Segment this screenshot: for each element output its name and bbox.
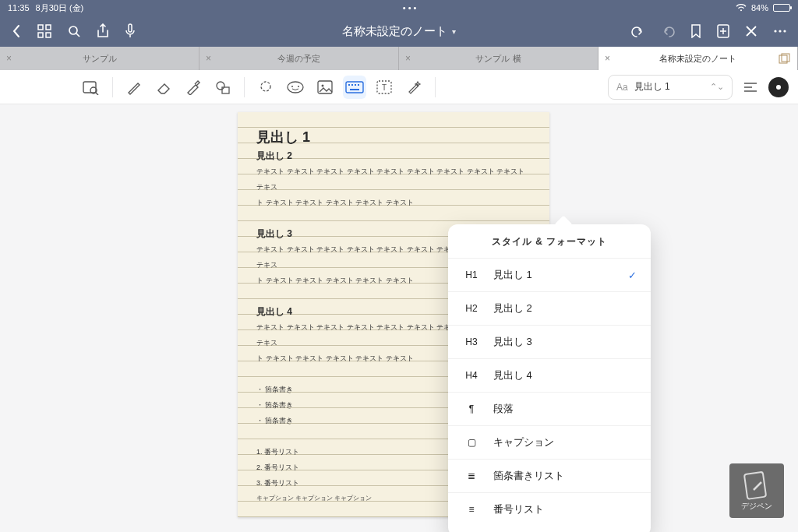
- shapes-tool-icon[interactable]: [211, 76, 235, 99]
- handle-dots: • • •: [403, 3, 417, 12]
- tab-close-icon[interactable]: ×: [6, 53, 12, 64]
- tab-weekly[interactable]: × 今週の予定: [200, 47, 399, 70]
- status-bar: 11:35 8月30日 (金) • • • 84%: [0, 0, 798, 16]
- style-option-numbered-list[interactable]: ≡ 番号リスト: [448, 492, 651, 526]
- svg-rect-25: [355, 84, 356, 86]
- svg-point-8: [779, 30, 781, 32]
- bookmark-icon[interactable]: [690, 24, 701, 38]
- doc-h2: 見出し 2: [256, 148, 531, 164]
- svg-rect-26: [358, 84, 359, 86]
- tab-close-icon[interactable]: ×: [405, 53, 411, 64]
- battery-icon: [773, 4, 790, 12]
- magic-tool-icon[interactable]: [402, 76, 425, 99]
- style-selector-label: 見出し 1: [634, 80, 670, 93]
- doc-text: ト テキスト テキスト テキスト テキスト テキスト: [256, 195, 531, 210]
- wifi-icon: [736, 4, 747, 12]
- style-option-h1[interactable]: H1 見出し 1 ✓: [448, 258, 651, 291]
- style-option-bulleted-list[interactable]: ≣ 箇条書きリスト: [448, 459, 651, 492]
- tab-sample-wide[interactable]: × サンプル 横: [399, 47, 598, 70]
- pen-tool-icon[interactable]: [122, 76, 146, 99]
- updown-icon: ⌃⌄: [710, 82, 724, 92]
- tab-close-icon[interactable]: ×: [206, 53, 211, 64]
- grid-icon[interactable]: [37, 24, 51, 38]
- style-format-popover: スタイル & フォーマット H1 見出し 1 ✓ H2 見出し 2 H3 見出し…: [448, 224, 651, 532]
- page-title[interactable]: 名称未設定のノート ▾: [342, 24, 456, 39]
- tab-close-icon[interactable]: ×: [605, 53, 610, 64]
- color-picker-button[interactable]: [768, 77, 789, 97]
- redo-icon[interactable]: [661, 25, 675, 37]
- svg-rect-22: [346, 82, 363, 93]
- style-option-h2[interactable]: H2 見出し 2: [448, 291, 651, 325]
- more-icon[interactable]: [773, 29, 787, 33]
- style-option-caption[interactable]: ▢ キャプション: [448, 425, 651, 459]
- title-bar: 名称未設定のノート ▾: [0, 16, 798, 47]
- mic-icon[interactable]: [125, 23, 136, 39]
- tab-untitled[interactable]: × 名称未設定のノート: [598, 47, 798, 70]
- svg-rect-27: [350, 89, 359, 90]
- share-icon[interactable]: [97, 23, 109, 39]
- undo-icon[interactable]: [631, 25, 645, 37]
- aa-icon: Aa: [616, 82, 628, 93]
- svg-rect-1: [46, 25, 51, 30]
- style-option-h4[interactable]: H4 見出し 4: [448, 358, 651, 392]
- lasso-tool-icon[interactable]: [254, 76, 277, 99]
- bullet-list-icon: ≣: [462, 470, 481, 481]
- number-list-icon: ≡: [462, 504, 481, 515]
- align-icon[interactable]: [739, 76, 762, 99]
- close-icon[interactable]: [745, 25, 757, 37]
- svg-rect-30: [744, 472, 766, 499]
- tool-row: T Aa 見出し 1 ⌃⌄: [0, 70, 798, 104]
- zoom-tool-icon[interactable]: [79, 76, 103, 99]
- check-icon: ✓: [628, 270, 637, 281]
- chevron-down-icon: ▾: [452, 27, 456, 36]
- highlighter-tool-icon[interactable]: [182, 76, 205, 99]
- style-option-paragraph[interactable]: ¶ 段落: [448, 392, 651, 425]
- svg-point-17: [288, 82, 303, 93]
- status-date: 8月30日 (金): [36, 2, 84, 14]
- sticker-tool-icon[interactable]: [284, 76, 307, 99]
- svg-point-7: [774, 30, 776, 32]
- popover-title: スタイル & フォーマット: [448, 235, 651, 258]
- svg-rect-23: [348, 84, 350, 86]
- svg-point-14: [217, 82, 224, 90]
- library-icon[interactable]: [779, 53, 791, 64]
- tab-sample[interactable]: × サンプル: [0, 47, 200, 70]
- status-time: 11:35: [8, 3, 30, 12]
- image-tool-icon[interactable]: [313, 76, 337, 99]
- battery-pct: 84%: [751, 3, 768, 12]
- svg-point-16: [261, 82, 270, 91]
- svg-rect-24: [351, 84, 353, 86]
- text-style-selector[interactable]: Aa 見出し 1 ⌃⌄: [608, 75, 733, 100]
- watermark-logo: デジペン: [729, 463, 784, 518]
- svg-rect-3: [46, 33, 51, 37]
- keyboard-tool-icon[interactable]: [343, 76, 366, 99]
- svg-point-21: [322, 84, 324, 86]
- style-option-h3[interactable]: H3 見出し 3: [448, 325, 651, 358]
- doc-h1: 見出し 1: [256, 129, 531, 145]
- search-icon[interactable]: [67, 24, 81, 38]
- svg-point-9: [783, 30, 786, 32]
- back-icon[interactable]: [11, 24, 22, 38]
- textbox-tool-icon[interactable]: T: [373, 76, 396, 99]
- svg-point-18: [291, 86, 293, 87]
- svg-rect-5: [129, 24, 132, 32]
- caption-icon: ▢: [462, 437, 481, 448]
- canvas-area[interactable]: 見出し 1 見出し 2 テキスト テキスト テキスト テキスト テキスト テキス…: [0, 104, 798, 532]
- svg-point-4: [69, 26, 77, 34]
- tab-bar: × サンプル × 今週の予定 × サンプル 横 × 名称未設定のノート: [0, 47, 798, 70]
- svg-rect-2: [38, 33, 43, 37]
- eraser-tool-icon[interactable]: [152, 76, 175, 99]
- svg-point-19: [298, 86, 299, 87]
- paragraph-icon: ¶: [462, 403, 481, 414]
- svg-rect-0: [38, 25, 43, 30]
- svg-text:T: T: [382, 83, 387, 92]
- add-page-icon[interactable]: [717, 24, 729, 38]
- doc-text: テキスト テキスト テキスト テキスト テキスト テキスト テキスト テキスト …: [256, 164, 531, 195]
